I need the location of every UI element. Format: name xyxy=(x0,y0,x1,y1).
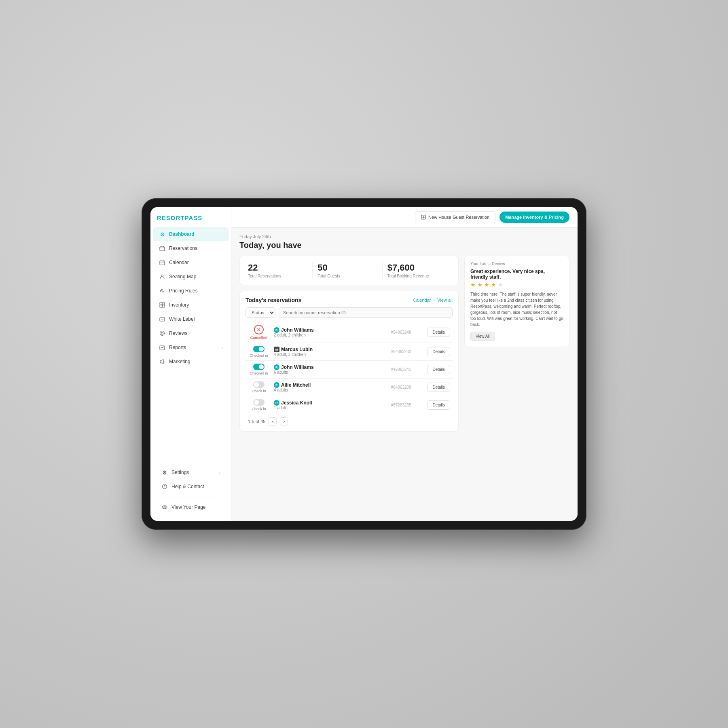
guest-name: R John Williams xyxy=(274,364,387,370)
reservation-id: #54863248 xyxy=(391,330,423,334)
pagination: 1-5 of 45 ‹ › xyxy=(245,414,453,425)
sidebar-item-settings[interactable]: ⚙ Settings › xyxy=(155,466,226,479)
sidebar-item-help[interactable]: Help & Contact xyxy=(155,480,226,493)
new-reservation-button[interactable]: New House Guest Reservation xyxy=(415,211,495,223)
sidebar-item-label: Marketing xyxy=(169,359,223,364)
sidebar-item-marketing[interactable]: Marketing xyxy=(153,355,229,368)
status-cancelled: Cancelled xyxy=(250,336,268,340)
view-all-reviews-button[interactable]: View All xyxy=(470,332,495,341)
source-icon-m: M xyxy=(274,347,279,352)
reviews-icon xyxy=(159,330,166,337)
star-1: ★ xyxy=(470,281,476,288)
star-2: ★ xyxy=(477,281,483,288)
toggle-switch[interactable] xyxy=(253,364,265,370)
status-filter[interactable]: Status xyxy=(245,307,275,318)
sidebar-item-reviews[interactable]: Reviews xyxy=(153,326,229,340)
sidebar-item-label: Calendar xyxy=(169,260,223,265)
toggle-col: Check in xyxy=(248,399,270,411)
reservation-id: #54863202 xyxy=(391,349,423,354)
calendar-link[interactable]: Calendar xyxy=(413,298,431,303)
stat-revenue: $7,600 Total Booking Revenue xyxy=(383,262,452,278)
sidebar-item-label: White Label xyxy=(169,316,223,322)
top-bar: New House Guest Reservation Manage Inven… xyxy=(231,207,578,228)
guest-count: 2 adult, 2 children xyxy=(274,333,387,337)
toggle-switch[interactable] xyxy=(253,381,265,388)
reservations-card: Today's reservations Calendar • View all xyxy=(239,291,459,432)
reservations-header: Today's reservations Calendar • View all xyxy=(245,297,453,303)
guest-name: R Jessica Knoll xyxy=(274,400,387,406)
view-all-link[interactable]: View all xyxy=(437,298,453,303)
guest-info: R John Williams 6 adults xyxy=(274,364,387,375)
source-icon-r: R xyxy=(274,400,279,406)
sidebar-item-white-label[interactable]: White Label xyxy=(153,312,229,326)
svg-point-12 xyxy=(165,488,165,488)
search-input[interactable] xyxy=(279,307,453,318)
sidebar-nav: ⊙ Dashboard Reservations Calendar xyxy=(150,227,231,457)
sidebar-item-label: Help & Contact xyxy=(171,484,220,489)
sidebar-item-inventory[interactable]: Inventory xyxy=(153,298,229,312)
svg-rect-4 xyxy=(163,303,165,305)
sidebar-item-label: Pricing Rules xyxy=(169,288,223,294)
sidebar-item-calendar[interactable]: Calendar xyxy=(153,256,229,269)
stats-card: 22 Total Reservations 50 Total Guests $7… xyxy=(239,256,459,285)
guest-count: 6 adults xyxy=(274,370,387,375)
sidebar-item-label: View Your Page xyxy=(171,504,220,510)
toggle-switch[interactable] xyxy=(253,399,265,406)
pagination-text: 1-5 of 45 xyxy=(248,419,265,424)
details-button[interactable]: Details xyxy=(427,400,450,410)
manage-pricing-button[interactable]: Manage Inventory & Pricing xyxy=(499,212,569,223)
details-button[interactable]: Details xyxy=(427,383,450,392)
stat-label: Total Reservations xyxy=(248,274,307,278)
review-section-label: Your Latest Review xyxy=(470,262,563,266)
reservation-id: #67263235 xyxy=(391,403,423,407)
details-button[interactable]: Details xyxy=(427,328,450,337)
sidebar: RESORTPASS ⊙ Dashboard Reservations xyxy=(150,207,231,521)
right-col: Your Latest Review Great experience. Ver… xyxy=(464,256,569,347)
brand-logo: RESORTPASS xyxy=(150,207,231,227)
sidebar-item-label: Dashboard xyxy=(169,231,223,237)
help-icon xyxy=(161,483,168,490)
details-button[interactable]: Details xyxy=(427,347,450,356)
sidebar-divider xyxy=(156,460,225,460)
stat-reservations: 22 Total Reservations xyxy=(246,262,313,278)
toggle-col: Checked in xyxy=(248,346,270,358)
details-button[interactable]: Details xyxy=(427,365,450,374)
calendar-icon xyxy=(159,259,166,266)
white-label-icon xyxy=(159,315,166,323)
tablet-screen: RESORTPASS ⊙ Dashboard Reservations xyxy=(150,207,578,521)
next-page-button[interactable]: › xyxy=(280,417,288,425)
sidebar-item-pricing-rules[interactable]: Pricing Rules xyxy=(153,284,229,298)
source-icon-r: R xyxy=(274,364,279,370)
svg-point-9 xyxy=(161,332,163,334)
svg-point-13 xyxy=(162,506,167,509)
dashboard-icon: ⊙ xyxy=(159,231,166,238)
svg-point-8 xyxy=(160,331,165,336)
table-row: Check in R Allie Mitchell 4 adults xyxy=(245,379,453,396)
guest-name: M Marcus Lubin xyxy=(274,347,387,352)
prev-page-button[interactable]: ‹ xyxy=(269,417,277,425)
guest-name: R Allie Mitchell xyxy=(274,382,387,388)
star-4: ★ xyxy=(491,281,496,288)
source-icon-r: R xyxy=(274,327,279,333)
guest-info: M Marcus Lubin 4 adult, 3 children xyxy=(274,347,387,357)
guest-count: 4 adults xyxy=(274,388,387,392)
sidebar-item-label: Inventory xyxy=(169,302,223,308)
sidebar-item-reservations[interactable]: Reservations xyxy=(153,241,229,255)
sidebar-item-reports[interactable]: Reports › xyxy=(153,341,229,354)
star-rating: ★ ★ ★ ★ ★ xyxy=(470,281,563,288)
table-row: ✕ Cancelled R John Williams 2 adult, xyxy=(245,322,453,343)
table-row: Checked in M Marcus Lubin 4 adult, 3 chi… xyxy=(245,343,453,361)
stat-number: $7,600 xyxy=(387,262,447,273)
sidebar-item-dashboard[interactable]: ⊙ Dashboard xyxy=(153,227,229,241)
stat-number: 22 xyxy=(248,262,307,273)
date-label: Friday July 24th xyxy=(239,234,569,239)
stat-label: Total Guests xyxy=(317,274,377,278)
sidebar-item-seating-map[interactable]: Seating Map xyxy=(153,270,229,284)
reports-arrow: › xyxy=(222,345,223,350)
reservations-title: Today's reservations xyxy=(245,297,301,303)
toggle-switch[interactable] xyxy=(253,346,265,352)
status-label: Check in xyxy=(252,389,266,393)
sidebar-item-view-page[interactable]: View Your Page xyxy=(155,500,226,514)
guest-info: R Allie Mitchell 4 adults xyxy=(274,382,387,392)
svg-rect-6 xyxy=(163,305,165,308)
